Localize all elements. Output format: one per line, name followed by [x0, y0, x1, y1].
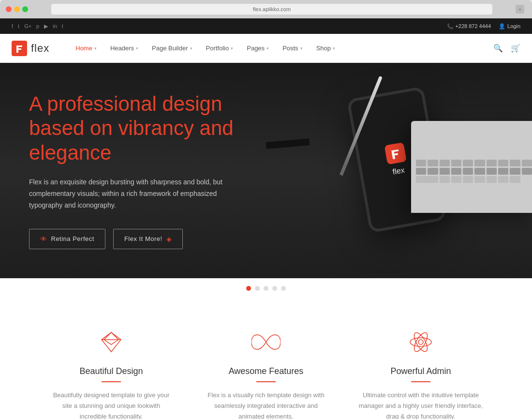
phone-logo-text: flex — [392, 166, 405, 177]
chevron-down-icon: ▾ — [266, 46, 269, 51]
feature-title-admin: Powerful Admin — [358, 366, 484, 376]
feature-desc-design: Beautifully designed template to give yo… — [48, 390, 174, 419]
feature-awesome-features: Awesome Features Flex is a visually rich… — [189, 328, 343, 419]
key — [428, 160, 438, 166]
key — [451, 160, 461, 166]
browser-chrome: flex.aplikko.com + — [0, 0, 532, 18]
key — [440, 176, 450, 183]
dot-green[interactable] — [22, 6, 28, 12]
hero-description: Flex is an exquisite design bursting wit… — [29, 177, 242, 211]
laptop-mockup — [411, 121, 532, 213]
chevron-down-icon: ▾ — [333, 46, 335, 51]
key — [440, 168, 450, 175]
key — [522, 160, 532, 166]
phone-number: 📞 +228 872 4444 — [447, 23, 491, 30]
top-bar: f t G+ p ▶ in t 📞 +228 872 4444 👤 Login — [0, 18, 532, 34]
feature-title-features: Awesome Features — [203, 366, 329, 376]
key — [510, 176, 520, 183]
website-content: f t G+ p ▶ in t 📞 +228 872 4444 👤 Login — [0, 18, 532, 419]
dot-red[interactable] — [6, 6, 12, 12]
features-section: Beautiful Design Beautifully designed te… — [0, 299, 532, 419]
key — [428, 168, 438, 175]
nav-item-shop[interactable]: Shop ▾ — [310, 34, 342, 63]
logo-text: flex — [31, 42, 49, 55]
key — [440, 160, 450, 166]
nav-menu: Home ▾ Headers ▾ Page Builder ▾ Portfoli… — [69, 34, 493, 63]
dot-yellow[interactable] — [14, 6, 20, 12]
social-linkedin[interactable]: in — [53, 23, 57, 29]
atom-feature-icon — [406, 328, 435, 357]
social-googleplus[interactable]: G+ — [24, 23, 31, 29]
nav-item-page-builder[interactable]: Page Builder ▾ — [145, 34, 199, 63]
phone-logo-icon — [384, 142, 407, 165]
chevron-down-icon: ▾ — [136, 46, 138, 51]
key — [510, 160, 520, 166]
slide-dot-4[interactable] — [272, 286, 277, 291]
feature-beautiful-design: Beautiful Design Beautifully designed te… — [34, 328, 189, 419]
key — [451, 168, 461, 175]
key — [510, 168, 520, 175]
svg-marker-0 — [102, 332, 121, 352]
key — [474, 176, 485, 183]
chevron-down-icon: ▾ — [231, 46, 233, 51]
book-decoration — [266, 138, 310, 149]
social-twitter[interactable]: t — [18, 23, 19, 29]
eye-icon: 👁 — [40, 235, 47, 243]
slide-dot-5[interactable] — [281, 286, 286, 291]
nav-item-home[interactable]: Home ▾ — [69, 34, 103, 63]
slide-dot-3[interactable] — [264, 286, 268, 291]
social-facebook[interactable]: f — [12, 23, 13, 29]
key — [474, 160, 485, 166]
feature-underline-1 — [102, 381, 121, 382]
slide-dot-1[interactable] — [246, 286, 251, 291]
logo[interactable]: flex — [12, 41, 49, 56]
feature-powerful-admin: Powerful Admin Ultimate control with the… — [343, 328, 498, 419]
svg-point-3 — [418, 340, 423, 344]
nav-item-headers[interactable]: Headers ▾ — [103, 34, 145, 63]
flex-it-more-button[interactable]: Flex It More! ◈ — [113, 229, 183, 249]
feature-underline-2 — [256, 381, 276, 382]
chevron-down-icon: ▾ — [94, 46, 97, 51]
address-text: flex.aplikko.com — [253, 6, 291, 12]
feature-underline-3 — [411, 381, 430, 382]
nav-item-pages[interactable]: Pages ▾ — [240, 34, 276, 63]
social-pinterest[interactable]: p — [36, 23, 39, 29]
key — [522, 168, 532, 175]
key — [463, 168, 473, 175]
browser-titlebar: flex.aplikko.com + — [0, 4, 532, 18]
navbar: flex Home ▾ Headers ▾ Page Builder ▾ Por… — [0, 34, 532, 63]
feature-desc-features: Flex is a visually rich template design … — [203, 390, 329, 419]
nav-item-posts[interactable]: Posts ▾ — [276, 34, 310, 63]
diamond-feature-icon — [97, 328, 126, 357]
key — [474, 168, 485, 175]
slide-dot-2[interactable] — [255, 286, 260, 291]
logo-icon — [12, 41, 27, 56]
retina-perfect-button[interactable]: 👁 Retina Perfect — [29, 229, 105, 249]
slider-dots — [0, 278, 532, 299]
key — [463, 160, 473, 166]
key — [416, 176, 438, 183]
social-tumblr[interactable]: t — [62, 23, 63, 29]
hero-visual: flex — [266, 63, 532, 278]
infinity-feature-icon — [251, 328, 281, 357]
nav-item-portfolio[interactable]: Portfolio ▾ — [199, 34, 240, 63]
key — [463, 176, 473, 183]
diamond-icon: ◈ — [166, 235, 172, 243]
cart-icon[interactable]: 🛒 — [511, 44, 520, 53]
social-links: f t G+ p ▶ in t — [12, 23, 63, 30]
chevron-down-icon: ▾ — [300, 46, 303, 51]
key — [416, 168, 426, 175]
hero-section: flex — [0, 63, 532, 278]
svg-point-4 — [410, 338, 431, 346]
svg-marker-1 — [104, 332, 118, 344]
key — [498, 160, 508, 166]
address-bar[interactable]: flex.aplikko.com — [51, 4, 492, 15]
new-tab-button[interactable]: + — [516, 5, 524, 14]
hero-content: A professional design based on vibrancy … — [0, 63, 271, 278]
key — [498, 176, 508, 183]
key — [487, 160, 497, 166]
login-link[interactable]: 👤 Login — [499, 23, 520, 30]
hero-buttons: 👁 Retina Perfect Flex It More! ◈ — [29, 229, 242, 249]
social-youtube[interactable]: ▶ — [44, 23, 48, 30]
search-icon[interactable]: 🔍 — [493, 44, 503, 53]
